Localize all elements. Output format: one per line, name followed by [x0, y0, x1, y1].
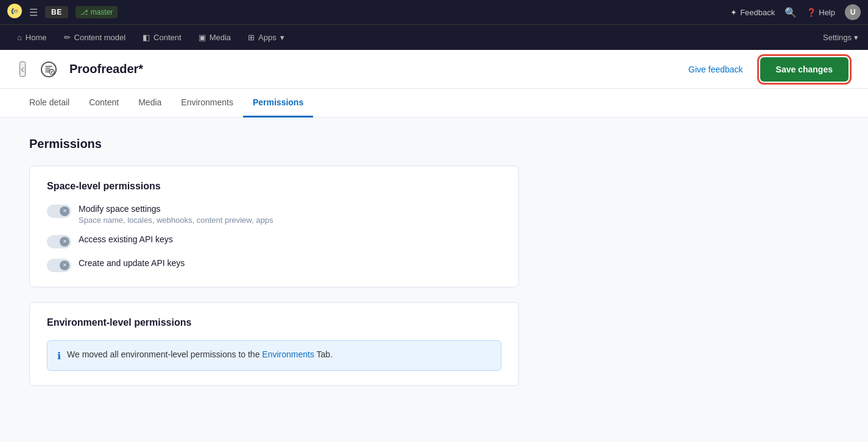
permission-text-modify-space: Modify space settings Space name, locale… — [79, 204, 273, 225]
branch-icon: ⎇ — [80, 9, 88, 16]
feedback-label: Feedback — [740, 8, 775, 17]
environment-permissions-card: Environment-level permissions ℹ We moved… — [29, 302, 519, 386]
permission-label-modify-space: Modify space settings — [79, 204, 273, 214]
settings-label: Settings — [823, 33, 852, 42]
page-header-actions: Give feedback Save changes — [681, 57, 849, 82]
settings-menu[interactable]: Settings ▾ — [823, 33, 858, 42]
feedback-button[interactable]: ✦ Feedback — [730, 8, 775, 17]
contentful-logo — [7, 4, 22, 21]
subnav-item-content[interactable]: ◧ Content — [135, 29, 189, 46]
subnav-label-media: Media — [210, 33, 231, 42]
tab-permissions[interactable]: Permissions — [243, 89, 313, 118]
svg-point-3 — [41, 62, 56, 77]
home-icon: ⌂ — [17, 33, 22, 42]
page-title: Proofreader* — [69, 62, 143, 76]
tab-media[interactable]: Media — [129, 89, 171, 118]
main-page-title: Permissions — [29, 137, 519, 151]
tabs: Role detail Content Media Environments P… — [0, 89, 868, 118]
tab-environments[interactable]: Environments — [171, 89, 243, 118]
toggle-create-api[interactable] — [47, 259, 71, 272]
org-badge[interactable]: BE — [45, 6, 68, 18]
permission-desc-modify-space: Space name, locales, webhooks, content p… — [79, 216, 273, 225]
topbar-menu-icon[interactable]: ☰ — [29, 7, 38, 18]
branch-indicator[interactable]: ⎇ master — [76, 6, 118, 18]
content-model-icon: ✏ — [64, 33, 71, 42]
search-icon[interactable]: 🔍 — [785, 7, 797, 18]
environment-info-box: ℹ We moved all environment-level permiss… — [47, 340, 501, 371]
topbar-right: ✦ Feedback 🔍 ❓ Help U — [730, 4, 861, 20]
help-label: Help — [819, 8, 835, 17]
permission-text-create-api: Create and update API keys — [79, 258, 185, 268]
main-content: Permissions Space-level permissions Modi… — [0, 118, 548, 420]
permission-row-create-api: Create and update API keys — [47, 258, 501, 272]
subnav-item-apps[interactable]: ⊞ Apps ▾ — [241, 29, 292, 46]
svg-point-1 — [12, 9, 13, 10]
subnav: ⌂ Home ✏ Content model ◧ Content ▣ Media… — [0, 24, 868, 50]
subnav-label-home: Home — [26, 33, 47, 42]
svg-point-2 — [12, 13, 13, 14]
space-card-title: Space-level permissions — [47, 181, 501, 192]
feedback-star-icon: ✦ — [730, 8, 737, 17]
avatar[interactable]: U — [845, 4, 861, 20]
subnav-item-media[interactable]: ▣ Media — [191, 29, 238, 46]
info-text-before: We moved all environment-level permissio… — [67, 349, 262, 359]
info-text: We moved all environment-level permissio… — [67, 349, 333, 359]
help-circle-icon: ❓ — [806, 8, 816, 17]
page-header: ‹ Proofreader* Give feedback Save change… — [0, 50, 868, 89]
subnav-label-content-model: Content model — [74, 33, 126, 42]
space-permissions-card: Space-level permissions Modify space set… — [29, 166, 519, 287]
tab-role-detail[interactable]: Role detail — [19, 89, 79, 118]
content-icon: ◧ — [143, 33, 150, 42]
settings-dropdown-icon: ▾ — [854, 33, 858, 42]
tab-content[interactable]: Content — [79, 89, 129, 118]
info-circle-icon: ℹ — [57, 350, 61, 362]
apps-icon: ⊞ — [248, 33, 255, 42]
info-text-after: Tab. — [314, 349, 333, 359]
media-icon: ▣ — [199, 33, 206, 42]
permission-row-access-api: Access existing API keys — [47, 234, 501, 248]
permission-label-access-api: Access existing API keys — [79, 234, 173, 244]
svg-point-0 — [7, 4, 22, 18]
permission-text-access-api: Access existing API keys — [79, 234, 173, 244]
branch-label: master — [91, 8, 113, 16]
permission-row-modify-space: Modify space settings Space name, locale… — [47, 204, 501, 225]
help-button[interactable]: ❓ Help — [806, 8, 835, 17]
subnav-label-content: Content — [153, 33, 182, 42]
toggle-access-api[interactable] — [47, 235, 71, 248]
permission-label-create-api: Create and update API keys — [79, 258, 185, 268]
save-changes-button[interactable]: Save changes — [760, 57, 849, 82]
environment-card-title: Environment-level permissions — [47, 317, 501, 328]
toggle-modify-space[interactable] — [47, 205, 71, 218]
page-icon — [38, 58, 60, 80]
subnav-label-apps: Apps — [258, 33, 277, 42]
topbar: ☰ BE ⎇ master ✦ Feedback 🔍 ❓ Help U — [0, 0, 868, 24]
give-feedback-button[interactable]: Give feedback — [681, 61, 750, 78]
back-button[interactable]: ‹ — [19, 61, 26, 77]
apps-dropdown-icon: ▾ — [280, 33, 284, 42]
environments-tab-link[interactable]: Environments — [262, 349, 314, 359]
subnav-item-home[interactable]: ⌂ Home — [10, 29, 54, 46]
subnav-item-content-model[interactable]: ✏ Content model — [57, 29, 133, 46]
